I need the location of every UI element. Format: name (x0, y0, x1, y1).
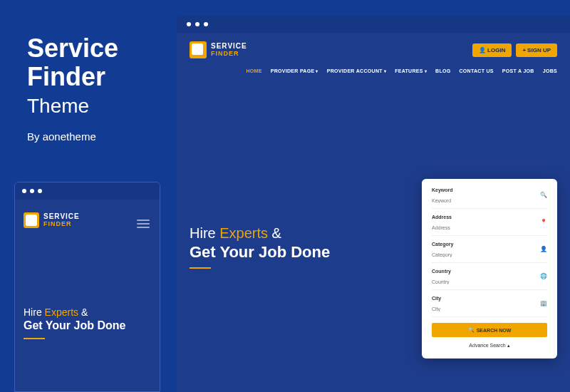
field-address: Address 📍 (432, 215, 547, 236)
location-icon: 📍 (540, 219, 547, 225)
window-dot (204, 22, 208, 26)
title-sub: Theme (27, 95, 118, 118)
user-icon: 👤 (540, 246, 547, 252)
chevron-down-icon: ▾ (316, 68, 318, 73)
logo-text-1: SERVICE (43, 213, 80, 220)
search-panel: Keyword 🔍 Address 📍 Category 👤 Country 🌐 (422, 179, 557, 359)
category-input[interactable] (432, 252, 547, 257)
country-label: Country (432, 269, 547, 274)
title-line2: Finder (27, 63, 118, 91)
hero-hire: Hire (24, 306, 45, 318)
keyword-label: Keyword (432, 187, 547, 192)
logo-text-2: FINDER (43, 220, 80, 227)
nav-provider-page[interactable]: PROVIDER PAGE▾ (271, 68, 318, 73)
mobile-preview: SERVICE FINDER Hire Experts & Get Your J… (14, 182, 160, 392)
logo-text-1: SERVICE (211, 43, 247, 50)
hero-line2: Get Your Job Done (190, 243, 330, 262)
keyword-input[interactable] (432, 198, 547, 203)
logo-text-2: FINDER (211, 50, 247, 57)
window-dot (30, 189, 34, 193)
search-icon: 🔍 (468, 327, 475, 333)
field-keyword: Keyword 🔍 (432, 187, 547, 209)
mobile-titlebar (15, 182, 160, 200)
desktop-preview: SERVICE FINDER 👤LOGIN +SIGN UP HOME PROV… (177, 16, 570, 392)
title-author: By aonetheme (27, 130, 118, 143)
user-icon: 👤 (479, 47, 486, 53)
signup-button[interactable]: +SIGN UP (516, 43, 557, 57)
building-icon: 🏢 (540, 300, 547, 306)
hero-experts: Experts (45, 306, 78, 318)
hero-amp: & (268, 225, 281, 241)
chevron-up-icon: ▴ (507, 343, 510, 348)
search-icon: 🔍 (540, 192, 547, 198)
window-dot (195, 22, 200, 26)
logo-icon (190, 41, 207, 58)
country-input[interactable] (432, 279, 547, 284)
field-city: City 🏢 (432, 296, 547, 317)
hamburger-icon[interactable] (137, 220, 150, 228)
city-label: City (432, 296, 547, 301)
page-title-block: Service Finder Theme By aonetheme (27, 34, 118, 143)
hero-experts: Experts (219, 225, 268, 241)
nav-home[interactable]: HOME (247, 68, 262, 73)
nav-label: PROVIDER PAGE (271, 68, 315, 73)
mobile-logo[interactable]: SERVICE FINDER (24, 212, 151, 228)
signup-label: SIGN UP (527, 47, 551, 53)
chevron-down-icon: ▾ (384, 68, 386, 73)
address-input[interactable] (432, 225, 547, 230)
login-button[interactable]: 👤LOGIN (472, 43, 512, 57)
chevron-down-icon: ▾ (425, 68, 427, 73)
plus-icon: + (522, 47, 526, 53)
nav-provider-account[interactable]: PROVIDER ACCOUNT▾ (327, 68, 386, 73)
mobile-hero: Hire Experts & Get Your Job Done (24, 306, 151, 339)
advance-label: Advance Search (469, 343, 505, 348)
desktop-titlebar (177, 16, 570, 33)
desktop-hero: Hire Experts & Get Your Job Done (190, 225, 330, 269)
window-dot (187, 22, 191, 26)
search-button[interactable]: 🔍SEARCH NOW (432, 323, 547, 337)
logo-icon (24, 212, 39, 228)
search-button-label: SEARCH NOW (477, 328, 512, 333)
hero-line2: Get Your Job Done (24, 319, 151, 332)
nav-contact[interactable]: CONTACT US (459, 68, 493, 73)
globe-icon: 🌐 (540, 273, 547, 279)
category-label: Category (432, 242, 547, 247)
field-country: Country 🌐 (432, 269, 547, 290)
nav-blog[interactable]: BLOG (435, 68, 450, 73)
hero-underline (190, 267, 211, 269)
nav-features[interactable]: FEATURES▾ (395, 68, 427, 73)
field-category: Category 👤 (432, 242, 547, 263)
nav-jobs[interactable]: JOBS (543, 68, 557, 73)
city-input[interactable] (432, 306, 547, 311)
advance-search-link[interactable]: Advance Search ▴ (432, 343, 547, 349)
main-nav: HOME PROVIDER PAGE▾ PROVIDER ACCOUNT▾ FE… (177, 58, 570, 73)
title-line1: Service (27, 34, 118, 63)
nav-label: PROVIDER ACCOUNT (327, 68, 383, 73)
window-dot (22, 189, 26, 193)
window-dot (38, 189, 42, 193)
nav-post-job[interactable]: POST A JOB (502, 68, 534, 73)
hero-hire: Hire (190, 225, 219, 241)
nav-label: FEATURES (395, 68, 423, 73)
desktop-logo[interactable]: SERVICE FINDER (190, 41, 247, 58)
login-label: LOGIN (487, 47, 505, 53)
hero-underline (24, 338, 45, 339)
hero-amp: & (78, 306, 88, 318)
address-label: Address (432, 215, 547, 220)
